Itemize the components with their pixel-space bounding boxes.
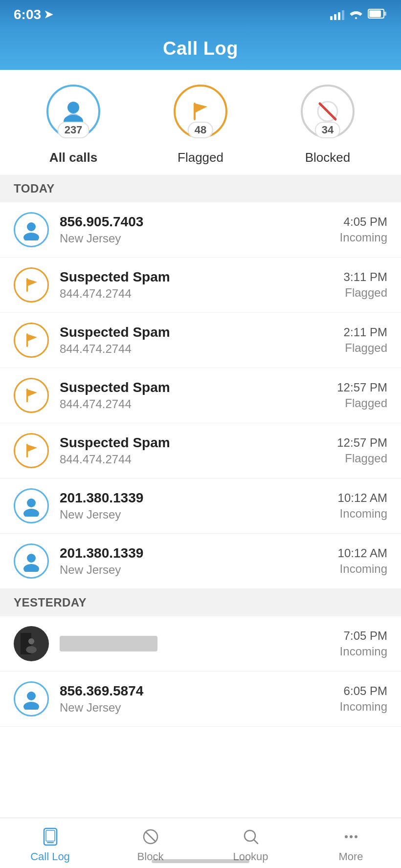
nav-call-log-label: Call Log <box>30 850 70 863</box>
call-time: 12:57 PM <box>337 436 387 450</box>
call-avatar <box>14 543 49 579</box>
flagged-summary[interactable]: 48 Flagged <box>174 85 227 165</box>
call-item[interactable]: 7:05 PM Incoming <box>0 616 401 672</box>
call-type: Incoming <box>340 231 387 244</box>
call-info: 856.905.7403 New Jersey <box>60 214 340 245</box>
svg-point-33 <box>350 835 353 838</box>
call-name: Suspected Spam <box>60 269 344 285</box>
svg-rect-26 <box>46 830 55 841</box>
battery-icon <box>368 8 387 21</box>
call-sub: 844.474.2744 <box>60 342 344 356</box>
svg-rect-1 <box>384 12 386 16</box>
call-avatar <box>14 323 49 358</box>
svg-point-24 <box>23 702 39 710</box>
header-title: Call Log <box>0 38 401 59</box>
call-info: Suspected Spam 844.474.2744 <box>60 269 344 301</box>
call-meta: 3:11 PM Flagged <box>344 270 387 300</box>
more-icon <box>340 826 362 847</box>
call-item[interactable]: 856.905.7403 New Jersey 4:05 PM Incoming <box>0 202 401 258</box>
bottom-nav: Call Log Block Lookup M <box>0 818 401 868</box>
call-meta: 12:57 PM Flagged <box>337 436 387 465</box>
nav-lookup[interactable]: Lookup <box>207 826 295 863</box>
call-info <box>60 636 340 651</box>
call-name: Suspected Spam <box>60 325 344 340</box>
blurred-contact-name <box>60 636 157 651</box>
svg-point-10 <box>23 233 39 240</box>
call-sub: 844.474.2744 <box>60 453 337 466</box>
svg-rect-11 <box>26 278 28 292</box>
call-sub: New Jersey <box>60 232 340 245</box>
call-meta: 10:12 AM Incoming <box>338 491 387 521</box>
call-type: Incoming <box>340 700 387 714</box>
search-icon <box>240 826 262 847</box>
blocked-badge: 34 <box>315 122 340 138</box>
call-info: 201.380.1339 New Jersey <box>60 490 338 521</box>
svg-point-21 <box>28 638 34 644</box>
time-label: 6:03 <box>14 7 41 22</box>
svg-line-29 <box>146 832 156 842</box>
call-info: 856.369.5874 New Jersey <box>60 683 340 715</box>
blocked-circle: 34 <box>301 85 355 138</box>
flagged-circle: 48 <box>174 85 227 138</box>
call-name: Suspected Spam <box>60 380 337 395</box>
call-type: Incoming <box>338 562 387 576</box>
call-avatar <box>14 212 49 247</box>
call-avatar <box>14 681 49 716</box>
call-meta: 6:05 PM Incoming <box>340 684 387 714</box>
call-info: Suspected Spam 844.474.2744 <box>60 325 344 356</box>
call-item[interactable]: 201.380.1339 New Jersey 10:12 AM Incomin… <box>0 534 401 589</box>
section-today-label: TODAY <box>14 182 55 195</box>
svg-rect-14 <box>26 444 28 457</box>
call-time: 7:05 PM <box>340 629 387 643</box>
section-yesterday: YESTERDAY <box>0 589 401 616</box>
call-info: 201.380.1339 New Jersey <box>60 545 338 577</box>
call-item[interactable]: 856.369.5874 New Jersey 6:05 PM Incoming <box>0 672 401 727</box>
svg-point-32 <box>345 835 348 838</box>
flagged-label: Flagged <box>178 150 223 165</box>
nav-block[interactable]: Block <box>107 826 195 863</box>
call-sub: 844.474.2744 <box>60 397 337 411</box>
block-icon <box>140 826 161 847</box>
call-avatar <box>14 378 49 413</box>
call-type: Flagged <box>344 286 387 300</box>
flagged-badge: 48 <box>188 122 213 138</box>
svg-rect-27 <box>47 842 54 843</box>
call-meta: 7:05 PM Incoming <box>340 629 387 658</box>
call-type: Flagged <box>337 396 387 410</box>
nav-lookup-label: Lookup <box>233 850 268 863</box>
svg-rect-2 <box>369 10 381 17</box>
nav-call-log[interactable]: Call Log <box>6 826 94 863</box>
call-type: Incoming <box>340 645 387 658</box>
call-info: Suspected Spam 844.474.2744 <box>60 380 337 411</box>
call-time: 12:57 PM <box>337 381 387 394</box>
call-sub: 844.474.2744 <box>60 287 344 301</box>
call-item[interactable]: Suspected Spam 844.474.2744 3:11 PM Flag… <box>0 258 401 313</box>
all-calls-summary[interactable]: 237 All calls <box>46 85 100 165</box>
blocked-summary[interactable]: 34 Blocked <box>301 85 355 165</box>
nav-more[interactable]: More <box>307 826 395 863</box>
nav-more-label: More <box>338 850 363 863</box>
call-info: Suspected Spam 844.474.2744 <box>60 435 337 466</box>
all-calls-badge: 237 <box>58 122 89 138</box>
call-time: 10:12 AM <box>338 546 387 560</box>
call-meta: 4:05 PM Incoming <box>340 215 387 244</box>
call-time: 3:11 PM <box>344 270 387 284</box>
svg-point-23 <box>27 692 36 700</box>
call-sub: New Jersey <box>60 563 338 577</box>
location-icon: ➤ <box>44 8 53 21</box>
call-item[interactable]: Suspected Spam 844.474.2744 12:57 PM Fla… <box>0 368 401 423</box>
status-time: 6:03 ➤ <box>14 7 53 22</box>
call-item[interactable]: 201.380.1339 New Jersey 10:12 AM Incomin… <box>0 478 401 534</box>
call-meta: 12:57 PM Flagged <box>337 381 387 410</box>
svg-rect-6 <box>194 103 196 120</box>
call-type: Incoming <box>338 507 387 521</box>
status-icons <box>330 8 387 22</box>
call-item[interactable]: Suspected Spam 844.474.2744 12:57 PM Fla… <box>0 423 401 478</box>
call-item[interactable]: Suspected Spam 844.474.2744 2:11 PM Flag… <box>0 313 401 368</box>
summary-row: 237 All calls 48 Flagged 34 Blocked <box>0 70 401 175</box>
svg-point-16 <box>23 509 39 517</box>
svg-rect-13 <box>26 389 28 402</box>
svg-rect-12 <box>26 333 28 347</box>
svg-line-31 <box>254 840 258 844</box>
call-list: TODAY 856.905.7403 New Jersey 4:05 PM In… <box>0 175 401 727</box>
